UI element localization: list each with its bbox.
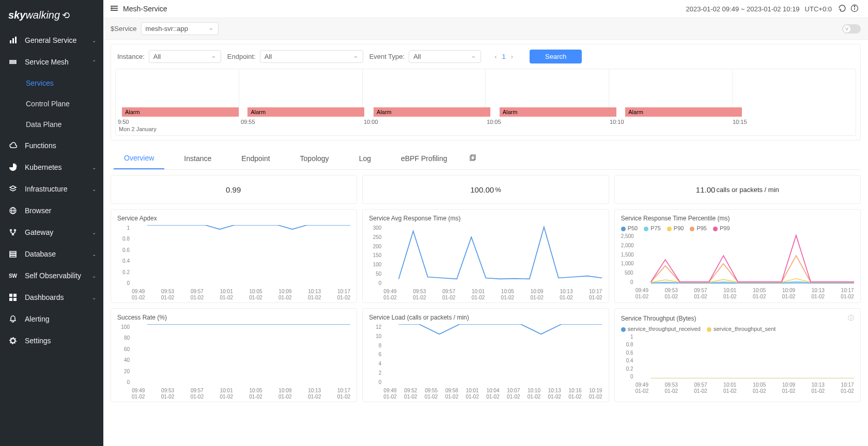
page-next[interactable]: › bbox=[511, 53, 513, 60]
chevron-icon: ⌄ bbox=[92, 295, 96, 300]
nav-label: Alerting bbox=[25, 315, 49, 323]
kpi-value: 11.00 bbox=[696, 185, 716, 194]
nav-alerting[interactable]: Alerting bbox=[0, 308, 103, 330]
svg-rect-15 bbox=[9, 294, 12, 297]
pager: ‹ 1 › bbox=[494, 53, 513, 60]
page-prev[interactable]: ‹ bbox=[494, 53, 497, 60]
card-title: Success Rate (%) bbox=[117, 314, 350, 321]
y-axis: 300250200150100500 bbox=[369, 225, 383, 286]
endpoint-select[interactable]: All bbox=[260, 50, 363, 63]
kpi-value: 100.00 bbox=[470, 185, 494, 194]
nav-database[interactable]: Database⌄ bbox=[0, 243, 103, 265]
pie-icon bbox=[8, 163, 18, 172]
alarm-event[interactable]: Alarm bbox=[374, 107, 490, 117]
card-success: Success Rate (%) 10080604020009:4901-020… bbox=[111, 308, 357, 402]
tab-topology[interactable]: Topology bbox=[290, 148, 339, 169]
alarm-event[interactable]: Alarm bbox=[247, 107, 364, 117]
search-button[interactable]: Search bbox=[530, 50, 582, 63]
event-type-select[interactable]: All bbox=[409, 50, 481, 63]
legend-item[interactable]: P99 bbox=[713, 225, 730, 231]
nav-general-service[interactable]: General Service⌄ bbox=[0, 29, 103, 51]
tab-ebpf-profiling[interactable]: eBPF Profiling bbox=[391, 148, 457, 169]
card-title: Service Load (calls or packets / min) bbox=[369, 314, 602, 321]
y-axis: 121086420 bbox=[369, 324, 383, 385]
nav-browser[interactable]: Browser bbox=[0, 200, 103, 221]
svg-rect-12 bbox=[10, 251, 16, 253]
nav-kubernetes[interactable]: Kubernetes⌄ bbox=[0, 156, 103, 178]
nav-label: General Service bbox=[25, 36, 76, 44]
tab-log[interactable]: Log bbox=[349, 148, 381, 169]
nav-infrastructure[interactable]: Infrastructure⌄ bbox=[0, 178, 103, 200]
tab-instance[interactable]: Instance bbox=[174, 148, 222, 169]
nav-label: Infrastructure bbox=[25, 185, 67, 193]
timeline-tick: 10:05 bbox=[487, 119, 610, 125]
refresh-icon[interactable] bbox=[838, 4, 846, 14]
tab-overview[interactable]: Overview bbox=[114, 148, 164, 169]
svg-rect-21 bbox=[111, 10, 118, 11]
nav-label: Self Observability bbox=[25, 272, 81, 280]
legend-item[interactable]: P75 bbox=[644, 225, 661, 231]
svg-rect-2 bbox=[15, 37, 17, 43]
legend-item[interactable]: P95 bbox=[690, 225, 707, 231]
legend-item[interactable]: service_throughput_sent bbox=[707, 326, 776, 332]
chevron-icon: ⌄ bbox=[92, 38, 96, 43]
timeline-date: Mon 2 January bbox=[116, 126, 856, 135]
nav-label: Service Mesh bbox=[25, 58, 69, 66]
copy-icon[interactable] bbox=[469, 154, 476, 163]
x-axis: 09:4901-0209:5301-0209:5701-0210:0101-02… bbox=[621, 288, 854, 300]
y-axis: 100806040200 bbox=[117, 324, 132, 385]
nav-functions[interactable]: Functions bbox=[0, 135, 103, 156]
card-avg-rt: Service Avg Response Time (ms) 300250200… bbox=[362, 209, 609, 303]
mesh-icon bbox=[8, 57, 18, 67]
card-throughput: Service Throughput (Bytes)ⓘ service_thro… bbox=[614, 308, 861, 402]
x-axis: 09:4901-0209:5301-0209:5701-0210:0101-02… bbox=[117, 388, 350, 400]
cloud-icon bbox=[8, 141, 18, 150]
svg-rect-1 bbox=[12, 38, 14, 43]
timeline-tick: 9:50 bbox=[118, 119, 241, 125]
stack-icon bbox=[8, 184, 18, 194]
card-percentile: Service Response Time Percentile (ms) P5… bbox=[614, 209, 861, 303]
nav-gateway[interactable]: Gateway⌄ bbox=[0, 221, 103, 243]
nav-sub-control-plane[interactable]: Control Plane bbox=[26, 93, 103, 114]
info-icon[interactable]: ⓘ bbox=[848, 314, 854, 323]
nav-sub-services[interactable]: Services bbox=[26, 73, 103, 93]
kpi-value: 0.99 bbox=[226, 185, 241, 194]
alarm-event[interactable]: Alarm bbox=[625, 107, 742, 117]
collapse-icon[interactable] bbox=[111, 5, 118, 13]
logo: skywalking ⟲ bbox=[0, 5, 103, 29]
svg-rect-3 bbox=[10, 60, 16, 61]
view-toggle[interactable]: V bbox=[842, 24, 861, 34]
card-title: Service Response Time Percentile (ms) bbox=[621, 215, 854, 222]
service-select[interactable]: mesh-svr::app bbox=[141, 22, 219, 35]
legend-item[interactable]: P90 bbox=[667, 225, 684, 231]
chevron-icon: ⌄ bbox=[92, 251, 96, 257]
y-axis: 2,5002,0001,5001,0005000 bbox=[621, 233, 636, 285]
tab-endpoint[interactable]: Endpoint bbox=[231, 148, 280, 169]
time-range[interactable]: 2023-01-02 09:49 ~ 2023-01-02 10:19 bbox=[686, 5, 800, 13]
timeline-tick: 10:10 bbox=[610, 119, 733, 125]
nav-sub-data-plane[interactable]: Data Plane bbox=[26, 114, 103, 135]
nav-settings[interactable]: Settings bbox=[0, 330, 103, 352]
chevron-icon: ⌄ bbox=[92, 230, 96, 235]
x-axis: 09:4901-0209:5301-0209:5701-0210:0101-02… bbox=[621, 382, 854, 394]
endpoint-label: Endpoint: bbox=[227, 53, 256, 60]
gear-icon bbox=[8, 336, 18, 345]
kpi-unit: calls or packets / min bbox=[716, 186, 779, 194]
svg-rect-0 bbox=[10, 40, 11, 43]
instance-select[interactable]: All bbox=[149, 50, 221, 63]
nav-dashboards[interactable]: Dashboards⌄ bbox=[0, 286, 103, 308]
alarm-event[interactable]: Alarm bbox=[500, 107, 616, 117]
nav-label: Settings bbox=[25, 337, 51, 345]
nav-service-mesh[interactable]: Service Mesh⌃ bbox=[0, 51, 103, 73]
card-apdex: Service Apdex 10.80.60.40.2009:4901-0209… bbox=[111, 209, 357, 303]
sw-icon: SW bbox=[8, 271, 18, 280]
globe-icon bbox=[8, 206, 18, 215]
instance-label: Instance: bbox=[117, 53, 145, 60]
info-icon[interactable] bbox=[850, 4, 859, 14]
page-number: 1 bbox=[502, 53, 505, 60]
nav-self-observability[interactable]: SWSelf Observability⌄ bbox=[0, 265, 103, 286]
legend-item[interactable]: P50 bbox=[621, 225, 638, 231]
svg-rect-17 bbox=[9, 298, 12, 301]
legend-item[interactable]: service_throughput_received bbox=[621, 326, 701, 332]
alarm-event[interactable]: Alarm bbox=[122, 107, 239, 117]
